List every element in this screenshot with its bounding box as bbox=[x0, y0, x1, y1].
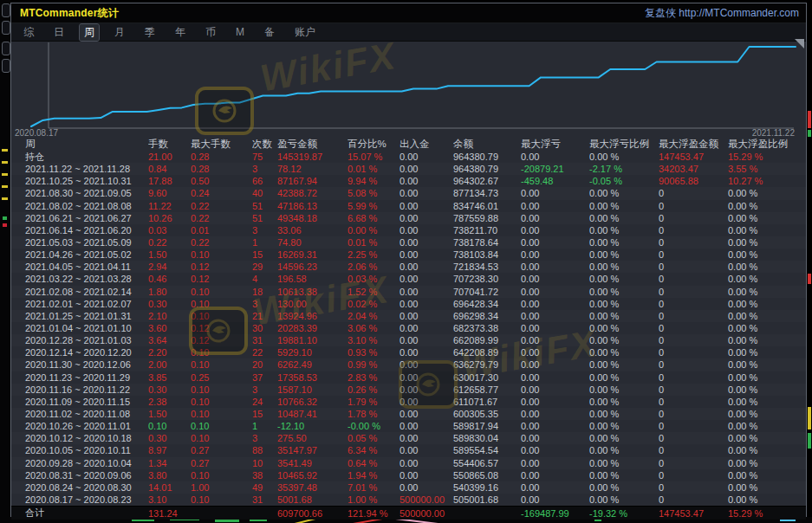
header-cell-0: 周 bbox=[25, 138, 148, 151]
table-row[interactable]: 2021.08.02 ~ 2021.08.0811.220.225147186.… bbox=[11, 200, 806, 212]
menu-item-week[interactable]: 周 bbox=[80, 24, 99, 41]
cell: 554406.57 bbox=[453, 458, 521, 468]
table-row[interactable]: 2020.10.12 ~ 2020.10.180.300.103275.500.… bbox=[11, 432, 806, 444]
cell: 2.83 % bbox=[348, 372, 400, 383]
cell: 0.00 bbox=[521, 494, 589, 505]
table-row[interactable]: 2020.11.02 ~ 2020.11.081.500.101510487.4… bbox=[11, 408, 806, 420]
table-row[interactable]: 2021.06.14 ~ 2021.06.200.030.01333.060.0… bbox=[11, 224, 806, 236]
header-cell-9: 最大浮亏比例 bbox=[589, 138, 659, 151]
cell: 0.00 bbox=[521, 372, 589, 383]
cell: 5.08 % bbox=[348, 188, 400, 198]
table-row[interactable]: 2021.03.22 ~ 2021.03.280.460.124196.580.… bbox=[11, 273, 806, 285]
cell: 0.30 bbox=[148, 433, 191, 443]
cell: 3.55 % bbox=[728, 164, 806, 174]
header-cell-7: 余额 bbox=[453, 138, 521, 151]
table-row[interactable]: 2020.08.17 ~ 2020.08.233.100.10315001.68… bbox=[11, 494, 806, 506]
cell: 0 bbox=[659, 287, 728, 297]
table-row[interactable]: 2021.04.05 ~ 2021.04.112.940.122914596.2… bbox=[11, 261, 806, 273]
cell: 2020.11.09 ~ 2020.11.15 bbox=[25, 397, 148, 407]
table-row[interactable]: 2020.08.31 ~ 2020.09.063.800.103810465.9… bbox=[11, 469, 806, 481]
table-row[interactable]: 2020.10.05 ~ 2020.10.118.970.278835147.9… bbox=[11, 444, 806, 456]
cell: 24 bbox=[252, 397, 277, 407]
menu-item-m[interactable]: M bbox=[231, 25, 249, 39]
cell: 0.00 bbox=[521, 213, 589, 223]
cell: 696298.34 bbox=[453, 311, 521, 321]
brand-link[interactable]: 复盘侠 http://MTCommander.com bbox=[645, 6, 806, 21]
cell: 0 bbox=[659, 397, 728, 407]
cell: 0 bbox=[659, 237, 728, 248]
resize-corner-icon[interactable] bbox=[795, 39, 804, 48]
cell: 0 bbox=[659, 458, 728, 468]
cell: 0.00 bbox=[400, 152, 453, 162]
table-row[interactable]: 2021.01.25 ~ 2021.01.312.100.102113924.9… bbox=[11, 310, 806, 322]
table-row[interactable]: 2020.08.24 ~ 2020.08.3014.011.004935397.… bbox=[11, 481, 806, 494]
table-row[interactable]: 2020.11.09 ~ 2020.11.152.380.102410766.3… bbox=[11, 396, 806, 408]
cell: 0.00 bbox=[400, 421, 453, 431]
table-row[interactable]: 2021.01.04 ~ 2021.01.103.600.123020283.3… bbox=[11, 322, 806, 334]
cell: 145319.87 bbox=[277, 152, 348, 162]
cell: 1.78 % bbox=[348, 409, 400, 419]
cell: 0.00 bbox=[521, 274, 589, 284]
menu-item-quarter[interactable]: 季 bbox=[140, 24, 159, 41]
table-row[interactable]: 2021.04.26 ~ 2021.05.021.500.101516269.3… bbox=[11, 249, 806, 261]
table-row[interactable]: 2021.10.25 ~ 2021.10.3117.880.506687167.… bbox=[11, 175, 806, 187]
cell: 0.00 % bbox=[589, 311, 659, 321]
cell: 600305.35 bbox=[453, 409, 521, 419]
cell: 31 bbox=[252, 335, 277, 345]
cell: 3 bbox=[252, 384, 277, 395]
menu-item-year[interactable]: 年 bbox=[171, 24, 190, 41]
menu-item-month[interactable]: 月 bbox=[110, 24, 129, 41]
cell: 0.10 bbox=[191, 249, 252, 260]
menu-item-account[interactable]: 账户 bbox=[290, 24, 320, 41]
cell: 0.00 % bbox=[728, 201, 806, 211]
table-row[interactable]: 2021.05.03 ~ 2021.05.090.220.22174.800.0… bbox=[11, 236, 806, 249]
table-row[interactable]: 2021.02.01 ~ 2021.02.070.300.103130.000.… bbox=[11, 298, 806, 310]
cell: 0.00 bbox=[400, 433, 453, 443]
table-row[interactable]: 2020.12.14 ~ 2020.12.202.200.10225929.10… bbox=[11, 346, 806, 358]
table-row[interactable]: 2020.09.28 ~ 2020.10.041.340.27103541.49… bbox=[11, 457, 806, 469]
cell: 3.10 bbox=[148, 494, 191, 505]
table-row[interactable]: 2020.11.30 ~ 2020.12.062.000.10206262.49… bbox=[11, 358, 806, 371]
cell: 540399.16 bbox=[453, 482, 521, 493]
cell: 147453.47 bbox=[659, 508, 728, 519]
cell: 0 bbox=[659, 299, 728, 309]
title-bar[interactable]: MTCommander统计 复盘侠 http://MTCommander.com bbox=[11, 3, 806, 23]
cell: 0.22 bbox=[191, 213, 252, 223]
cell: 834746.01 bbox=[453, 201, 521, 211]
cell: 0.46 bbox=[148, 274, 191, 284]
cell: 0.00 bbox=[400, 299, 453, 309]
menu-item-notes[interactable]: 备 bbox=[260, 24, 279, 41]
cell: 0.00 % bbox=[589, 152, 659, 162]
table-row[interactable]: 2020.11.16 ~ 2020.11.220.300.1031587.100… bbox=[11, 384, 806, 396]
cell: 49 bbox=[252, 482, 277, 493]
table-row[interactable]: 2020.11.23 ~ 2020.11.293.850.253717358.5… bbox=[11, 371, 806, 384]
cell: 0.00 % bbox=[728, 225, 806, 236]
menu-item-currency[interactable]: 币 bbox=[201, 24, 220, 41]
cell: 0.03 % bbox=[348, 274, 400, 284]
table-row[interactable]: 2020.10.26 ~ 2020.11.010.100.101-12.10-0… bbox=[11, 420, 806, 432]
cell: 5929.10 bbox=[277, 347, 348, 358]
menu-item-summary[interactable]: 综 bbox=[19, 24, 38, 41]
cell: 3.06 % bbox=[348, 323, 400, 333]
cell: 0.00 % bbox=[589, 274, 659, 284]
table-row[interactable]: 2021.06.21 ~ 2021.06.2710.260.225149348.… bbox=[11, 212, 806, 224]
table-row[interactable]: 2021.08.30 ~ 2021.09.059.600.244042388.7… bbox=[11, 187, 806, 199]
cell: 0.00 bbox=[400, 274, 453, 284]
cell: 500000.00 bbox=[400, 494, 453, 505]
total-row[interactable]: 合计131.24609700.66121.94 %500000.00-16948… bbox=[11, 506, 806, 520]
cell: 0.10 bbox=[148, 421, 191, 431]
cell: 20283.39 bbox=[277, 323, 348, 333]
table-row[interactable]: 2021.11.22 ~ 2021.11.280.840.28378.120.0… bbox=[11, 163, 806, 175]
cell: 964380.79 bbox=[453, 164, 521, 174]
menu-item-day[interactable]: 日 bbox=[49, 24, 68, 41]
cell: 35147.97 bbox=[277, 445, 348, 455]
cell: 0.00 bbox=[521, 323, 589, 333]
background-chart-fragment bbox=[2, 149, 8, 152]
equity-line bbox=[31, 47, 796, 126]
table-row[interactable]: 2020.12.28 ~ 2021.01.033.640.123119881.1… bbox=[11, 334, 806, 346]
table-row[interactable]: 2021.02.08 ~ 2021.02.141.800.101810613.3… bbox=[11, 286, 806, 298]
cell: 0.00 % bbox=[728, 384, 806, 395]
cell: 2020.08.24 ~ 2020.08.30 bbox=[25, 482, 148, 493]
table-row[interactable]: 持仓21.000.2875145319.8715.07 %0.00964380.… bbox=[11, 151, 806, 163]
header-cell-2: 最大手数 bbox=[191, 138, 252, 151]
